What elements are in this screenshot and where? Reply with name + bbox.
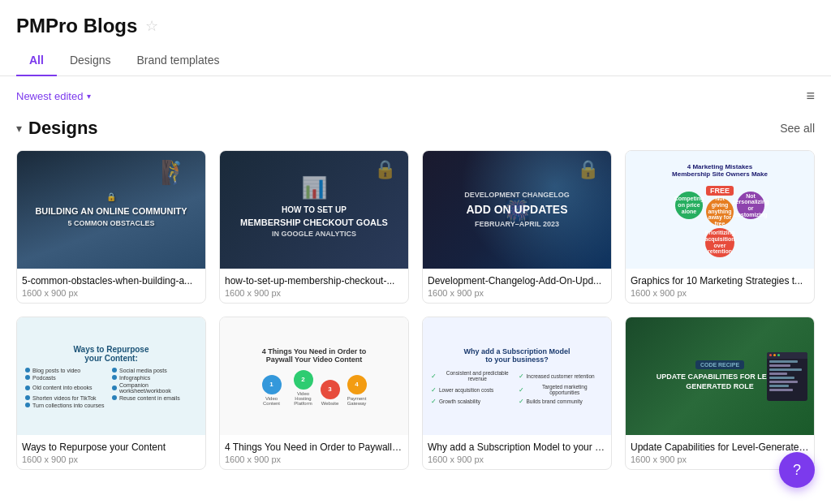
card-size: 1600 x 900 px: [428, 454, 606, 464]
section-header: ▾ Designs See all: [16, 118, 815, 139]
tab-bar: All Designs Brand templates: [0, 45, 831, 76]
card-name: how-to-set-up-membership-checkout-...: [225, 275, 403, 286]
sort-label: Newest edited: [16, 90, 83, 102]
designs-grid: 🔒 BUILDING AN ONLINE COMMUNITY 5 COMMON …: [16, 150, 815, 470]
section-title: Designs: [28, 118, 98, 139]
card-name: 4 Things You Need in Order to Paywall Yo…: [225, 442, 403, 453]
design-card[interactable]: 4 Things You Need in Order toPaywall You…: [219, 317, 409, 470]
card-info: 5-common-obstacles-when-building-a... 16…: [17, 269, 205, 303]
card-thumbnail: 🔒 🎆 DEVELOPMENT CHANGELOG ADD ON UPDATES…: [423, 151, 611, 269]
card-name: Why add a Subscription Model to your bus…: [428, 442, 606, 453]
design-card[interactable]: 4 Marketing MistakesMembership Site Owne…: [625, 150, 815, 304]
chevron-down-icon: ▾: [87, 92, 91, 101]
design-card[interactable]: Ways to Repurposeyour Content: Blog post…: [16, 317, 206, 470]
star-icon[interactable]: ☆: [145, 17, 158, 35]
card-thumbnail: Why add a Subscription Modelto your busi…: [423, 317, 611, 435]
design-card[interactable]: Why add a Subscription Modelto your busi…: [422, 317, 612, 470]
tab-brand-templates[interactable]: Brand templates: [123, 45, 232, 76]
card-size: 1600 x 900 px: [631, 288, 809, 298]
decorative-lock: 🔒: [577, 159, 599, 180]
card-name: Update Capabilities for Level-Generated …: [631, 442, 809, 453]
card-info: how-to-set-up-membership-checkout-... 16…: [220, 269, 408, 303]
card-thumbnail: Ways to Repurposeyour Content: Blog post…: [17, 317, 205, 435]
view-toggle-button[interactable]: ≡: [806, 88, 815, 105]
see-all-button[interactable]: See all: [780, 122, 815, 135]
card-name: Ways to Repurpose your Content: [22, 442, 200, 453]
card-name: Development-Changelog-Add-On-Upd...: [428, 275, 606, 286]
badge: CODE RECIPE: [695, 360, 744, 369]
card-size: 1600 x 900 px: [22, 288, 200, 298]
code-window: [767, 352, 807, 401]
help-fab-button[interactable]: ?: [779, 452, 815, 488]
sort-button[interactable]: Newest edited ▾: [16, 90, 91, 102]
card-size: 1600 x 900 px: [428, 288, 606, 298]
page-title: PMPro Blogs: [16, 15, 137, 37]
design-card[interactable]: CODE RECIPE UPDATE CAPABILITIES FOR LEVE…: [625, 317, 815, 470]
card-thumbnail: 🔒 BUILDING AN ONLINE COMMUNITY 5 COMMON …: [17, 151, 205, 269]
card-size: 1600 x 900 px: [225, 454, 403, 464]
chart-icon: 📊: [301, 175, 327, 200]
card-size: 1600 x 900 px: [225, 288, 403, 298]
designs-section: ▾ Designs See all 🔒 BUILDING AN ONLINE C…: [0, 111, 831, 470]
card-name: 5-common-obstacles-when-building-a...: [22, 275, 200, 286]
card-info: Why add a Subscription Model to your bus…: [423, 435, 611, 469]
card-thumbnail: CODE RECIPE UPDATE CAPABILITIES FOR LEVE…: [626, 317, 814, 435]
card-info: Graphics for 10 Marketing Strategies t..…: [626, 269, 814, 303]
card-thumbnail: 4 Marketing MistakesMembership Site Owne…: [626, 151, 814, 269]
card-info: 4 Things You Need in Order to Paywall Yo…: [220, 435, 408, 469]
design-card[interactable]: 🔒 📊 HOW TO SET UP MEMBERSHIP CHECKOUT GO…: [219, 150, 409, 304]
collapse-icon[interactable]: ▾: [16, 122, 22, 135]
design-card[interactable]: 🔒 BUILDING AN ONLINE COMMUNITY 5 COMMON …: [16, 150, 206, 304]
page-header: PMPro Blogs ☆: [0, 0, 831, 45]
card-info: Ways to Repurpose your Content 1600 x 90…: [17, 435, 205, 469]
section-title-group: ▾ Designs: [16, 118, 98, 139]
card-info: Development-Changelog-Add-On-Upd... 1600…: [423, 269, 611, 303]
card-size: 1600 x 900 px: [22, 454, 200, 464]
card-thumbnail: 🔒 📊 HOW TO SET UP MEMBERSHIP CHECKOUT GO…: [220, 151, 408, 269]
decorative-icon: 🔒: [374, 159, 396, 180]
card-thumbnail: 4 Things You Need in Order toPaywall You…: [220, 317, 408, 435]
tab-designs[interactable]: Designs: [57, 45, 124, 76]
design-card[interactable]: 🔒 🎆 DEVELOPMENT CHANGELOG ADD ON UPDATES…: [422, 150, 612, 304]
toolbar: Newest edited ▾ ≡: [0, 76, 831, 111]
decorative-figure: 🧗: [161, 159, 189, 186]
card-name: Graphics for 10 Marketing Strategies t..…: [631, 275, 809, 286]
tab-all[interactable]: All: [16, 45, 57, 76]
